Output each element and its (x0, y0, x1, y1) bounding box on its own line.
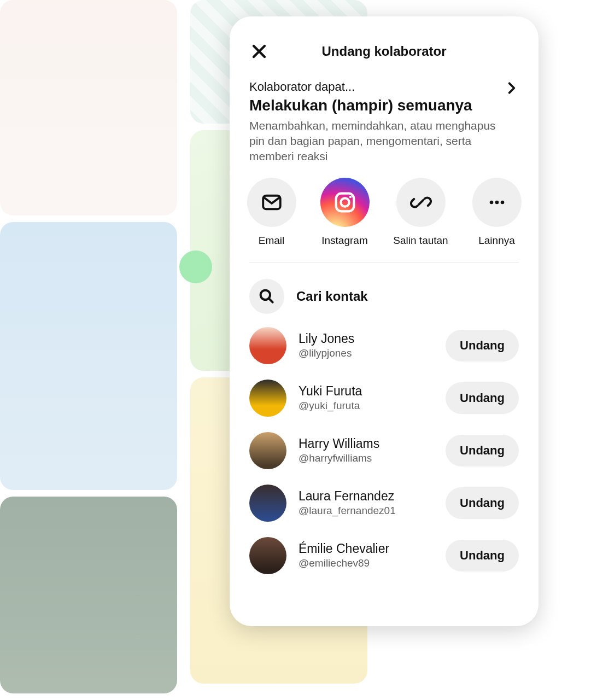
instagram-icon (332, 190, 358, 215)
contact-handle: @emiliechev89 (298, 557, 434, 569)
search-icon (258, 288, 276, 305)
ellipsis-icon (486, 191, 508, 213)
contact-name: Émilie Chevalier (298, 541, 434, 556)
chevron-right-icon (505, 81, 519, 95)
svg-point-4 (489, 200, 493, 204)
avatar[interactable] (249, 485, 286, 522)
svg-point-3 (349, 195, 352, 198)
invite-button[interactable]: Undang (446, 487, 519, 519)
contact-handle: @harryfwilliams (298, 452, 434, 464)
contact-row: Lily Jones @lilypjones Undang (249, 327, 519, 364)
share-instagram-button[interactable]: Instagram (320, 178, 370, 247)
contact-handle: @lilypjones (298, 347, 434, 359)
invite-button[interactable]: Undang (446, 540, 519, 571)
contact-row: Harry Williams @harryfwilliams Undang (249, 432, 519, 469)
contact-name: Laura Fernandez (298, 489, 434, 504)
contact-handle: @yuki_furuta (298, 400, 434, 412)
link-icon (410, 191, 432, 213)
close-button[interactable] (249, 42, 269, 61)
contact-name: Harry Williams (298, 436, 434, 451)
share-more-button[interactable]: Lainnya (472, 178, 522, 247)
email-icon (260, 191, 283, 214)
share-options-row: Email Instagram Salin tautan Lainnya (249, 178, 519, 262)
search-contacts-button[interactable]: Cari kontak (249, 279, 519, 314)
avatar[interactable] (249, 432, 286, 469)
avatar[interactable] (249, 537, 286, 574)
contact-handle: @laura_fernandez01 (298, 505, 434, 517)
invite-button[interactable]: Undang (446, 330, 519, 361)
modal-title: Undang kolaborator (249, 44, 519, 59)
share-copy-link-button[interactable]: Salin tautan (394, 178, 448, 247)
svg-point-6 (500, 200, 504, 204)
share-more-label: Lainnya (478, 235, 515, 247)
contact-name: Yuki Furuta (298, 384, 434, 399)
svg-point-2 (341, 198, 349, 206)
permission-description: Menambahkan, memindahkan, atau menghapus… (249, 118, 498, 165)
contact-list: Lily Jones @lilypjones Undang Yuki Furut… (249, 327, 519, 574)
invite-button[interactable]: Undang (446, 382, 519, 414)
contact-row: Laura Fernandez @laura_fernandez01 Undan… (249, 485, 519, 522)
share-email-button[interactable]: Email (247, 178, 296, 247)
invite-collaborator-modal: Undang kolaborator Kolaborator dapat... … (230, 16, 539, 626)
avatar[interactable] (249, 327, 286, 364)
share-email-label: Email (259, 235, 285, 247)
avatar[interactable] (249, 380, 286, 417)
close-icon (251, 43, 267, 60)
contact-row: Yuki Furuta @yuki_furuta Undang (249, 380, 519, 417)
permission-title: Melakukan (hampir) semuanya (249, 96, 498, 115)
collaborator-permission-row[interactable]: Kolaborator dapat... Melakukan (hampir) … (249, 80, 519, 165)
search-contacts-label: Cari kontak (296, 289, 368, 304)
invite-button[interactable]: Undang (446, 435, 519, 466)
svg-point-5 (495, 200, 499, 204)
contact-row: Émilie Chevalier @emiliechev89 Undang (249, 537, 519, 574)
share-instagram-label: Instagram (321, 235, 367, 247)
permission-label: Kolaborator dapat... (249, 80, 498, 94)
contact-name: Lily Jones (298, 331, 434, 346)
share-copy-link-label: Salin tautan (393, 235, 448, 247)
